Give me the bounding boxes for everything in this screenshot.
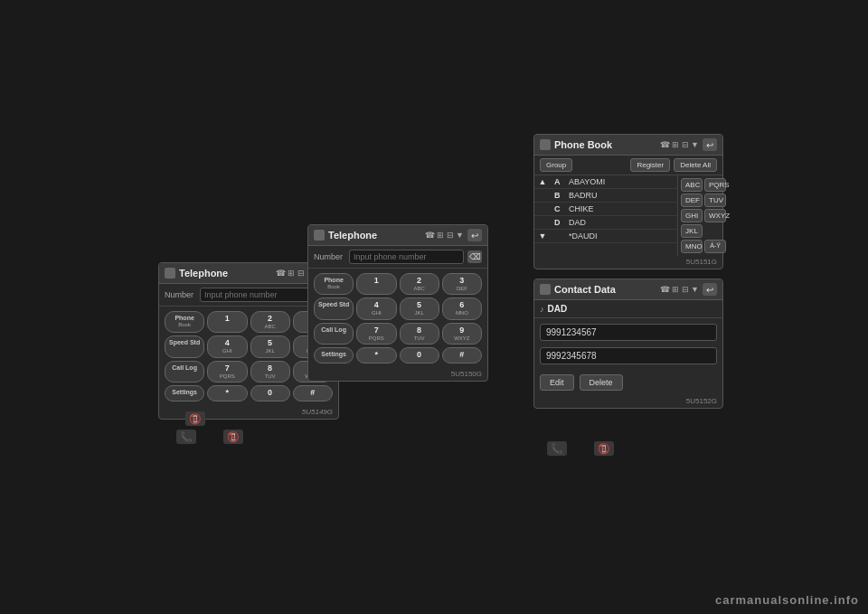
tel1-key-2[interactable]: 2ABC — [250, 311, 290, 333]
tel1-key-calllog[interactable]: Call Log — [165, 361, 204, 383]
tel2-key-9[interactable]: 9WXYZ — [442, 323, 482, 345]
tel2-header-icons: ☎ ⊞ ⊟ ▼ ↩ — [425, 229, 482, 241]
tel2-key-4[interactable]: 4GHI — [356, 298, 396, 319]
tel2-key-2[interactable]: 2ABC — [400, 273, 439, 295]
tel1-key-settings[interactable]: Settings — [165, 385, 204, 401]
nav-empty-2 — [534, 203, 551, 216]
contact-abayomi[interactable]: ABAYOMI — [565, 175, 677, 189]
contact-edit-button[interactable]: Edit — [540, 374, 574, 391]
tel2-key-0[interactable]: 0 — [400, 347, 439, 364]
phone-end-icon: 📵 — [185, 411, 205, 426]
pb-group-button[interactable]: Group — [540, 158, 572, 172]
pb-back-button[interactable]: ↩ — [703, 138, 717, 151]
letter-c: C — [551, 203, 565, 216]
tel2-keypad: PhoneBook 1 2ABC 3DEF Speed Std 4GHI 5JK… — [308, 269, 487, 368]
pb-title: Phone Book — [540, 139, 612, 150]
pb-alpha-section: ABC PQRS DEF TUV GHI WXYZ JKL MNO Á-Ÿ — [677, 175, 722, 256]
tel2-key-3[interactable]: 3DEF — [442, 273, 482, 295]
contact-badru[interactable]: BADRU — [565, 189, 677, 203]
pb-register-button[interactable]: Register — [630, 158, 670, 172]
table-row[interactable]: ▼ *DAUDI — [534, 230, 677, 243]
alpha-tuv[interactable]: TUV — [704, 194, 726, 207]
tel2-number-label: Number — [314, 252, 345, 261]
contact-phone-2-row: 9992345678 — [540, 347, 717, 364]
tel1-key-star[interactable]: * — [207, 385, 247, 401]
phone-call-icon-left: 📞 — [176, 430, 196, 444]
contact-title: Contact Data — [540, 284, 616, 295]
alpha-empty — [704, 224, 726, 238]
nav-down-button[interactable]: ▼ — [534, 230, 551, 243]
tel1-number-label: Number — [165, 290, 196, 299]
alpha-wxyz[interactable]: WXYZ — [704, 209, 726, 222]
watermark: carmanualsonline.info — [715, 593, 859, 607]
contact-phone-1: 9991234567 — [540, 324, 717, 341]
tel1-key-8[interactable]: 8TUV — [250, 361, 290, 383]
contact-person-icon: ♪ — [540, 305, 544, 314]
tel1-key-5[interactable]: 5JKL — [250, 335, 290, 357]
alpha-ghi[interactable]: GHI — [681, 209, 703, 222]
table-row[interactable]: ▲ A ABAYOMI — [534, 175, 677, 189]
tel2-back-button[interactable]: ↩ — [467, 229, 482, 241]
tel2-code: 5U5150G — [308, 368, 487, 381]
table-row[interactable]: D DAD — [534, 216, 677, 230]
tel2-key-5[interactable]: 5JKL — [400, 298, 439, 319]
letter-a: A — [551, 175, 565, 189]
tel2-number-input[interactable] — [349, 250, 464, 264]
tel2-key-phonebook[interactable]: PhoneBook — [314, 273, 354, 295]
tel1-key-speedstd[interactable]: Speed Std — [165, 335, 204, 357]
tel1-key-4[interactable]: 4GHI — [207, 335, 247, 357]
tel2-clear-button[interactable]: ⌫ — [467, 250, 482, 263]
contact-chike[interactable]: CHIKE — [565, 203, 677, 216]
tel1-key-7[interactable]: 7PQRS — [207, 361, 247, 383]
tel1-number-input[interactable] — [200, 288, 315, 302]
tel1-title: Telephone — [165, 268, 228, 279]
nav-up-button[interactable]: ▲ — [534, 175, 551, 189]
tel2-key-7[interactable]: 7PQRS — [356, 323, 396, 345]
phone-end-icon-left: 📵 — [223, 430, 243, 444]
alpha-jkl[interactable]: JKL — [681, 224, 703, 238]
table-row[interactable]: B BADRU — [534, 189, 677, 203]
tel2-key-star[interactable]: * — [356, 347, 396, 364]
contact-name-row: ♪ DAD — [534, 300, 722, 318]
bottom-icons-row-right: 📞 📵 — [547, 441, 614, 456]
contact-phone-1-row: 9991234567 — [540, 324, 717, 341]
tel2-key-settings[interactable]: Settings — [314, 347, 354, 364]
contact-phones: 9991234567 9992345678 — [534, 318, 722, 370]
pb-header: Phone Book ☎ ⊞ ⊟ ▼ ↩ — [534, 135, 722, 156]
telephone-panel-2: Telephone ☎ ⊞ ⊟ ▼ ↩ Number ⌫ PhoneBook 1… — [307, 224, 488, 382]
phone-icon-2 — [314, 230, 325, 241]
tel1-key-hash[interactable]: # — [293, 385, 333, 401]
table-row[interactable]: C CHIKE — [534, 203, 677, 216]
pb-toolbar: Group Register Delete All — [534, 156, 722, 175]
nav-empty-1 — [534, 189, 551, 203]
alpha-pqrs[interactable]: PQRS — [704, 178, 726, 192]
pb-main-table: ▲ A ABAYOMI B BADRU C CHIKE — [534, 175, 677, 256]
tel2-key-8[interactable]: 8TUV — [400, 323, 439, 345]
tel2-key-6[interactable]: 6MNO — [442, 298, 482, 319]
contact-code: 5U5152G — [534, 395, 722, 408]
phone-icon — [165, 268, 175, 279]
alpha-special[interactable]: Á-Ÿ — [704, 240, 726, 253]
tel1-key-phonebook[interactable]: PhoneBook — [165, 311, 204, 333]
contact-name-label: DAD — [548, 304, 568, 314]
nav-empty-3 — [534, 216, 551, 230]
contact-daudi[interactable]: *DAUDI — [565, 230, 677, 243]
bottom-icons-row-left: 📞 📵 — [176, 430, 243, 444]
alpha-grid: ABC PQRS DEF TUV GHI WXYZ JKL MNO Á-Ÿ — [678, 175, 722, 256]
contact-actions: Edit Delete — [534, 370, 722, 395]
alpha-abc[interactable]: ABC — [681, 178, 703, 192]
contact-delete-button[interactable]: Delete — [580, 374, 623, 391]
contact-dad[interactable]: DAD — [565, 216, 677, 230]
tel2-key-1[interactable]: 1 — [356, 273, 396, 295]
phone-end-icon-right: 📵 — [594, 441, 614, 456]
alpha-mno[interactable]: MNO — [681, 240, 703, 253]
tel2-key-hash[interactable]: # — [442, 347, 482, 364]
tel1-key-0[interactable]: 0 — [250, 385, 290, 401]
pb-delete-all-button[interactable]: Delete All — [674, 158, 717, 172]
contact-icon-header — [540, 284, 551, 295]
tel2-key-speedstd[interactable]: Speed Std — [314, 298, 354, 319]
tel1-key-1[interactable]: 1 — [207, 311, 247, 333]
tel2-key-calllog[interactable]: Call Log — [314, 323, 354, 345]
contact-back-button[interactable]: ↩ — [703, 283, 717, 296]
alpha-def[interactable]: DEF — [681, 194, 703, 207]
